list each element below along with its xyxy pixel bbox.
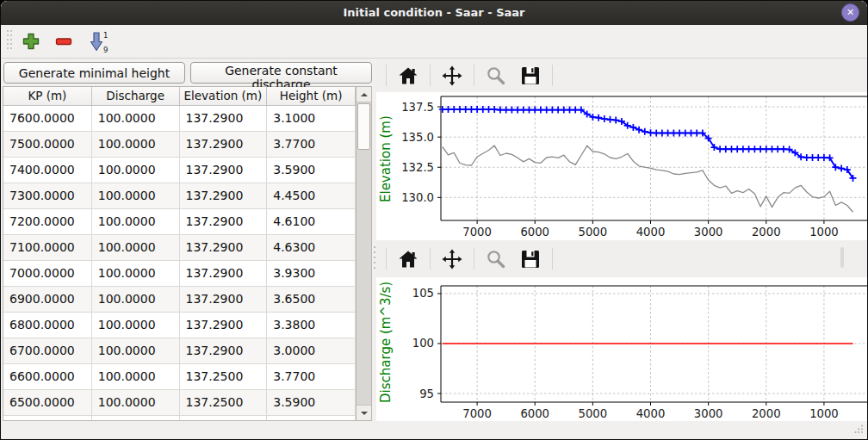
column-header-3[interactable]: Height (m) — [267, 87, 356, 106]
table-row[interactable]: 6600.0000100.0000137.25003.7700 — [3, 364, 356, 390]
save-button[interactable] — [518, 246, 543, 272]
table-row[interactable] — [3, 416, 356, 420]
table-cell[interactable]: 7300.0000 — [3, 183, 92, 209]
table-cell[interactable]: 3.3800 — [267, 313, 356, 338]
table-cell[interactable]: 3.6500 — [267, 287, 356, 313]
generate-minimal-height-button[interactable]: Generate minimal height — [3, 62, 185, 84]
scroll-up-button[interactable] — [356, 87, 371, 102]
table-cell[interactable]: 100.0000 — [92, 132, 180, 158]
table-cell[interactable] — [267, 416, 356, 420]
table-cell[interactable]: 137.2900 — [180, 158, 268, 183]
table-cell[interactable]: 7600.0000 — [3, 106, 92, 132]
table-cell[interactable]: 6600.0000 — [3, 364, 92, 390]
table-cell[interactable]: 4.6100 — [267, 209, 356, 235]
table-scrollbar[interactable] — [356, 87, 371, 420]
table-cell[interactable]: 3.7700 — [267, 364, 356, 390]
titlebar[interactable]: Initial condition - Saar - Saar ✕ — [1, 1, 867, 25]
table-cell[interactable]: 4.4500 — [267, 183, 356, 209]
table-row[interactable]: 7400.0000100.0000137.29003.5900 — [3, 158, 356, 183]
table-cell[interactable]: 137.2900 — [180, 209, 268, 235]
table-cell[interactable]: 3.7700 — [267, 132, 356, 158]
toolbar-drag-handle[interactable] — [6, 28, 13, 54]
table-cell[interactable]: 137.2900 — [180, 132, 268, 158]
save-button[interactable] — [518, 63, 543, 89]
svg-text:5000: 5000 — [579, 226, 608, 239]
table-cell[interactable]: 7400.0000 — [3, 158, 92, 183]
generate-constant-discharge-button[interactable]: Generate constant discharge — [190, 62, 372, 84]
table-cell[interactable]: 100.0000 — [92, 158, 180, 183]
column-header-2[interactable]: Elevation (m) — [180, 87, 268, 106]
panel-splitter[interactable] — [371, 245, 378, 270]
table-row[interactable]: 6500.0000100.0000137.25003.5900 — [3, 390, 356, 416]
table-row[interactable]: 7200.0000100.0000137.29004.6100 — [3, 209, 356, 235]
table-cell[interactable]: 100.0000 — [92, 390, 180, 416]
table-cell[interactable]: 100.0000 — [92, 313, 180, 338]
table-row[interactable]: 7500.0000100.0000137.29003.7700 — [3, 132, 356, 158]
table-cell[interactable]: 137.2900 — [180, 183, 268, 209]
scroll-down-button[interactable] — [356, 405, 371, 420]
home-button[interactable] — [395, 63, 421, 89]
table-cell[interactable]: 137.2500 — [180, 364, 268, 390]
zoom-button[interactable] — [483, 246, 509, 272]
table-cell[interactable]: 137.2900 — [180, 235, 268, 261]
column-header-1[interactable]: Discharge (m³/s) — [92, 87, 180, 106]
pan-button[interactable] — [439, 246, 465, 272]
table-cell[interactable]: 137.2900 — [180, 287, 268, 313]
elevation-plot-canvas[interactable]: 7000600050004000300020001000137.5135.013… — [376, 92, 867, 240]
discharge-ylabel: Discharge (m^3/s) — [378, 277, 394, 406]
table-cell[interactable]: 100.0000 — [92, 209, 180, 235]
table-cell[interactable]: 137.2900 — [180, 106, 268, 132]
remove-row-button[interactable] — [53, 31, 74, 52]
table-cell[interactable]: 3.1000 — [267, 106, 356, 132]
table-cell[interactable]: 100.0000 — [92, 364, 180, 390]
table-cell[interactable]: 100.0000 — [92, 106, 180, 132]
table-cell[interactable]: 3.0000 — [267, 338, 356, 364]
table-row[interactable]: 6900.0000100.0000137.29003.6500 — [3, 287, 356, 313]
scrollbar-thumb[interactable] — [357, 103, 370, 150]
table-row[interactable]: 7600.0000100.0000137.29003.1000 — [3, 106, 356, 132]
svg-text:2000: 2000 — [752, 226, 781, 239]
table-cell[interactable]: 100.0000 — [92, 235, 180, 261]
table-cell[interactable]: 137.2500 — [180, 390, 268, 416]
table-cell[interactable]: 6900.0000 — [3, 287, 92, 313]
table-cell[interactable]: 6800.0000 — [3, 313, 92, 338]
table-cell[interactable]: 7000.0000 — [3, 261, 92, 287]
table-cell[interactable]: 3.5900 — [267, 390, 356, 416]
discharge-plot-canvas[interactable]: 700060005000400030002000100010510095 — [376, 277, 867, 421]
table-cell[interactable]: 6700.0000 — [3, 338, 92, 364]
table-cell[interactable]: 3.9300 — [267, 261, 356, 287]
table-cell[interactable]: 7200.0000 — [3, 209, 92, 235]
table-cell[interactable]: 100.0000 — [92, 287, 180, 313]
table-cell[interactable] — [180, 416, 268, 420]
table-cell[interactable]: 100.0000 — [92, 338, 180, 364]
table-cell[interactable] — [92, 416, 180, 420]
close-button[interactable]: ✕ — [841, 3, 859, 22]
resize-grip[interactable] — [854, 421, 864, 437]
table-cell[interactable]: 137.2900 — [180, 338, 268, 364]
column-header-0[interactable]: KP (m) — [3, 87, 92, 106]
sort-button[interactable]: 1 9 — [86, 29, 110, 54]
table-row[interactable]: 6700.0000100.0000137.29003.0000 — [3, 338, 356, 364]
table-cell[interactable]: 100.0000 — [92, 261, 180, 287]
table-cell[interactable]: 4.6300 — [267, 235, 356, 261]
table-cell[interactable]: 7500.0000 — [3, 132, 92, 158]
close-icon: ✕ — [846, 7, 854, 18]
table-cell[interactable]: 137.2900 — [180, 261, 268, 287]
table-cell[interactable]: 6500.0000 — [3, 390, 92, 416]
table-row[interactable]: 7300.0000100.0000137.29004.4500 — [3, 183, 356, 209]
pan-button[interactable] — [439, 63, 465, 89]
table-cell[interactable]: 7100.0000 — [3, 235, 92, 261]
table-cell[interactable]: 100.0000 — [92, 183, 180, 209]
table-row[interactable]: 7000.0000100.0000137.29003.9300 — [3, 261, 356, 287]
panel-scrollbar-thumb[interactable] — [840, 247, 844, 268]
table-row[interactable]: 7100.0000100.0000137.29004.6300 — [3, 235, 356, 261]
table-row[interactable]: 6800.0000100.0000137.29003.3800 — [3, 313, 356, 338]
table-cell[interactable]: 3.5900 — [267, 158, 356, 183]
table-cell[interactable]: 137.2900 — [180, 313, 268, 338]
add-row-button[interactable] — [21, 31, 41, 52]
table-cell[interactable] — [3, 416, 92, 420]
home-button[interactable] — [395, 246, 421, 272]
zoom-button[interactable] — [483, 63, 509, 89]
toolbar-separator — [430, 65, 431, 86]
svg-text:3000: 3000 — [694, 226, 723, 239]
